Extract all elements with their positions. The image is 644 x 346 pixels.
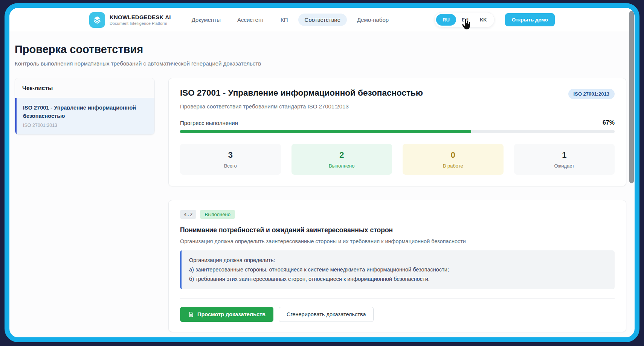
brand-tagline: Document Intelligence Platform — [110, 21, 171, 26]
brand: KNOWLEDGEDESK AI Document Intelligence P… — [89, 12, 171, 28]
open-demo-button[interactable]: Открыть демо — [505, 13, 555, 26]
standard-badge: ISO 27001:2013 — [568, 89, 615, 99]
language-switcher: RU EN KK — [434, 12, 494, 27]
stat-total-value: 3 — [184, 150, 277, 160]
stat-completed-value: 2 — [295, 150, 389, 160]
lang-option-kk[interactable]: KK — [474, 14, 493, 26]
stat-in-progress-value: 0 — [406, 150, 500, 160]
generate-evidence-button[interactable]: Сгенерировать доказательства — [279, 307, 374, 322]
checklist-item-title: ISO 27001 - Управление информационной бе… — [23, 104, 148, 120]
app-window: KNOWLEDGEDESK AI Document Intelligence P… — [5, 3, 639, 342]
lang-option-ru[interactable]: RU — [436, 14, 456, 26]
requirement-quote-block: Организация должна определить: а) заинте… — [180, 250, 615, 289]
lang-option-en[interactable]: EN — [456, 14, 474, 26]
stat-completed: 2 Выполнено — [291, 144, 392, 175]
checklist-item-subtitle: ISO 27001:2013 — [23, 123, 148, 128]
page-subtitle: Контроль выполнения нормативных требован… — [15, 60, 626, 67]
requirement-status-badge: Выполнено — [200, 210, 235, 219]
stat-total-label: Всего — [184, 163, 277, 169]
quote-line: а) заинтересованные стороны, относящиеся… — [189, 265, 607, 274]
quote-line: Организация должна определить: — [189, 256, 607, 265]
checklist-overview-card: ISO 27001 - Управление информационной бе… — [168, 78, 626, 186]
stat-completed-label: Выполнено — [295, 163, 389, 169]
document-icon — [188, 311, 194, 317]
nav-item-assistant[interactable]: Ассистент — [231, 14, 270, 26]
view-evidence-label: Просмотр доказательств — [197, 311, 266, 317]
nav-item-kp[interactable]: КП — [274, 14, 295, 26]
stat-pending-value: 1 — [518, 150, 611, 160]
progress-label: Прогресс выполнения — [180, 120, 238, 126]
main-nav: Документы Ассистент КП Соответствие Демо… — [185, 14, 395, 26]
vertical-scrollbar-thumb[interactable] — [629, 11, 634, 183]
stat-in-progress: 0 В работе — [403, 144, 504, 175]
generate-evidence-label: Сгенерировать доказательства — [287, 311, 366, 317]
checklists-panel: Чек-листы ISO 27001 - Управление информа… — [15, 78, 155, 135]
progress-percent: 67% — [603, 119, 615, 126]
brand-name: KNOWLEDGEDESK AI — [110, 14, 171, 20]
nav-item-demo-set[interactable]: Демо-набор — [351, 14, 395, 26]
checklist-title: ISO 27001 - Управление информационной бе… — [180, 88, 423, 98]
checklists-panel-title: Чек-листы — [15, 78, 154, 98]
page-content: Проверка соответствия Контроль выполнени… — [9, 32, 635, 342]
quote-line: б) требования этих заинтересованных стор… — [189, 274, 607, 284]
nav-item-compliance[interactable]: Соответствие — [298, 14, 347, 26]
stats-row: 3 Всего 2 Выполнено 0 В работе — [180, 144, 615, 175]
next-requirement-card-partial — [168, 340, 626, 342]
stat-pending-label: Ожидает — [518, 163, 611, 169]
stat-in-progress-label: В работе — [406, 163, 500, 169]
progress-bar — [180, 130, 615, 133]
stat-total: 3 Всего — [180, 144, 281, 175]
top-navbar: KNOWLEDGEDESK AI Document Intelligence P… — [9, 8, 635, 32]
nav-item-documents[interactable]: Документы — [185, 14, 227, 26]
checklist-item-iso27001[interactable]: ISO 27001 - Управление информационной бе… — [15, 98, 154, 134]
progress-bar-fill — [180, 130, 471, 133]
stat-pending: 1 Ожидает — [514, 144, 615, 175]
checklist-subtitle: Проверка соответствия требованиям станда… — [180, 103, 615, 110]
requirement-title: Понимание потребностей и ожиданий заинте… — [180, 226, 615, 234]
view-evidence-button[interactable]: Просмотр доказательств — [180, 307, 273, 322]
requirement-description: Организация должна определить заинтересо… — [180, 238, 615, 244]
requirement-code-badge: 4.2 — [180, 210, 196, 219]
layers-logo-icon — [89, 12, 105, 28]
requirement-card: 4.2 Выполнено Понимание потребностей и о… — [168, 200, 626, 332]
page-title: Проверка соответствия — [15, 43, 626, 56]
